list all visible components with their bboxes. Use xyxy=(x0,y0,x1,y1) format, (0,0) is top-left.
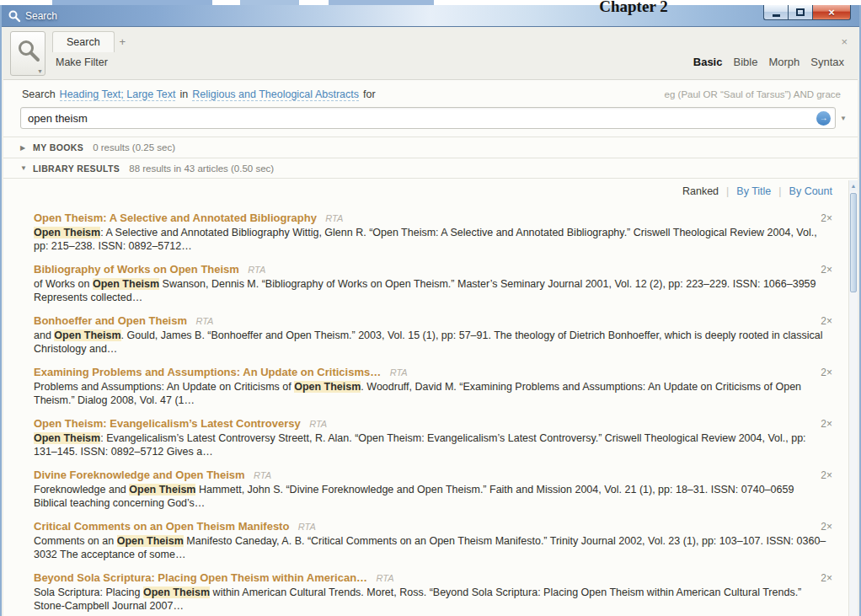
minimize-icon xyxy=(773,14,780,17)
search-type-caret-icon: ▼ xyxy=(37,68,43,74)
tab-row: Search + xyxy=(52,29,126,52)
result-snippet: Comments on an Open Theism Manifesto Can… xyxy=(34,535,829,561)
snippet-text: . Gould, James B. “Bonhoeffer and Open T… xyxy=(34,329,822,355)
result-item: Beyond Sola Scriptura: Placing Open Thei… xyxy=(34,570,829,613)
result-count: 2× xyxy=(821,212,832,225)
mode-syntax[interactable]: Syntax xyxy=(810,56,844,68)
background-chapter-heading: Chapter 2 xyxy=(541,0,726,16)
section-library-results[interactable]: ▼ LIBRARY RESULTS 88 results in 43 artic… xyxy=(3,158,858,179)
result-count: 2× xyxy=(821,314,832,328)
execute-search-button[interactable]: → xyxy=(816,111,831,126)
mode-morph[interactable]: Morph xyxy=(768,56,800,68)
search-window: Search × ▼ Search + xyxy=(0,5,861,616)
window-search-icon xyxy=(8,9,21,23)
result-head: Critical Comments on an Open Theism Mani… xyxy=(34,519,829,533)
sort-separator: | xyxy=(726,185,729,197)
snippet-text: Foreknowledge and xyxy=(34,484,129,495)
hit-term: Open Theism xyxy=(294,381,361,393)
search-type-button[interactable]: ▼ xyxy=(10,31,45,76)
close-button[interactable]: × xyxy=(812,5,851,20)
search-icon xyxy=(17,39,40,62)
result-title[interactable]: Bonhoeffer and Open Theism xyxy=(34,314,187,327)
result-title[interactable]: Divine Foreknowledge and Open Theism xyxy=(34,469,245,481)
make-filter-button[interactable]: Make Filter xyxy=(56,56,108,68)
result-item: Divine Foreknowledge and Open Theism RTA… xyxy=(34,468,829,510)
result-item: Open Theism: Evangelicalism’s Latest Con… xyxy=(34,416,829,458)
snippet-text: Comments on an xyxy=(34,535,117,547)
result-title[interactable]: Open Theism: A Selective and Annotated B… xyxy=(34,212,317,224)
mode-bible[interactable]: Bible xyxy=(733,56,757,68)
caption-buttons: × xyxy=(763,5,851,20)
spec-search-word: Search xyxy=(22,88,56,100)
sort-ranked[interactable]: Ranked xyxy=(682,185,719,197)
maximize-button[interactable] xyxy=(788,5,812,20)
snippet-text: and xyxy=(34,329,54,341)
hit-term: Open Theism xyxy=(129,484,195,495)
result-count: 2× xyxy=(821,520,832,533)
sort-separator: | xyxy=(778,185,781,197)
result-title[interactable]: Beyond Sola Scriptura: Placing Open Thei… xyxy=(34,571,367,584)
mode-basic[interactable]: Basic xyxy=(693,56,723,68)
search-spec-row: Search Heading Text; Large Text in Relig… xyxy=(3,80,858,101)
result-head: Examining Problems and Assumptions: An U… xyxy=(34,365,829,379)
result-title[interactable]: Critical Comments on an Open Theism Mani… xyxy=(34,520,289,533)
result-snippet: Open Theism: Evangelicalism’s Latest Con… xyxy=(34,432,829,458)
results-list: Open Theism: A Selective and Annotated B… xyxy=(3,201,858,613)
spec-collection-link[interactable]: Religious and Theological Abstracts xyxy=(192,88,359,101)
result-source-badge: RTA xyxy=(298,522,316,532)
spec-in-word: in xyxy=(179,88,188,100)
section-my-books[interactable]: ▶ MY BOOKS 0 results (0.25 sec) xyxy=(3,137,858,158)
result-count: 2× xyxy=(821,263,832,276)
query-row: → ▼ xyxy=(20,107,851,129)
result-source-badge: RTA xyxy=(390,367,408,378)
scrollbar-thumb[interactable] xyxy=(850,193,857,292)
result-title[interactable]: Open Theism: Evangelicalism’s Latest Con… xyxy=(34,417,301,430)
hit-term: Open Theism xyxy=(54,329,120,341)
result-item: Bonhoeffer and Open Theism RTA 2× and Op… xyxy=(34,313,829,356)
library-results-label: LIBRARY RESULTS xyxy=(33,163,120,174)
result-item: Bibliography of Works on Open Theism RTA… xyxy=(34,262,829,304)
panel-close-button[interactable]: × xyxy=(841,35,848,48)
library-results-summary: 88 results in 43 articles (0.50 sec) xyxy=(129,163,274,174)
query-history-caret[interactable]: ▼ xyxy=(836,115,851,122)
result-item: Examining Problems and Assumptions: An U… xyxy=(34,365,829,407)
window-titlebar[interactable]: Search × xyxy=(2,5,859,27)
results-scrollbar[interactable]: ▲ xyxy=(848,180,858,616)
result-head: Open Theism: A Selective and Annotated B… xyxy=(34,211,829,225)
hit-term: Open Theism xyxy=(117,535,184,547)
result-source-badge: RTA xyxy=(325,213,343,223)
result-head: Open Theism: Evangelicalism’s Latest Con… xyxy=(34,416,829,431)
tab-search[interactable]: Search xyxy=(52,31,115,52)
search-syntax-hint: eg (Paul OR “Saul of Tarsus”) AND grace xyxy=(665,89,841,99)
query-input-wrap: → xyxy=(20,107,836,129)
result-count: 2× xyxy=(821,469,832,482)
sort-by-title[interactable]: By Title xyxy=(736,185,771,197)
result-head: Beyond Sola Scriptura: Placing Open Thei… xyxy=(34,570,829,585)
result-snippet: Open Theism: A Selective and Annotated B… xyxy=(34,227,829,253)
result-source-badge: RTA xyxy=(377,573,394,583)
result-snippet: and Open Theism. Gould, James B. “Bonhoe… xyxy=(34,329,829,356)
my-books-label: MY BOOKS xyxy=(33,142,83,153)
result-head: Bonhoeffer and Open Theism RTA 2× xyxy=(34,313,829,328)
hit-term: Open Theism xyxy=(34,227,100,238)
spec-for-word: for xyxy=(363,88,376,100)
hit-term: Open Theism xyxy=(93,278,159,290)
screen: Chapter 2 Search × xyxy=(0,0,861,616)
sort-by-count[interactable]: By Count xyxy=(789,185,832,197)
spec-fields-link[interactable]: Heading Text; Large Text xyxy=(60,88,176,101)
result-item: Open Theism: A Selective and Annotated B… xyxy=(34,211,829,253)
search-query-input[interactable] xyxy=(20,107,836,129)
result-item: Critical Comments on an Open Theism Mani… xyxy=(34,519,829,561)
minimize-button[interactable] xyxy=(763,5,788,20)
result-title[interactable]: Bibliography of Works on Open Theism xyxy=(34,263,239,276)
my-books-summary: 0 results (0.25 sec) xyxy=(93,142,175,153)
sort-options: Ranked|By Title|By Count xyxy=(3,179,858,201)
window-body: ▼ Search + × Make Filter BasicBibleMorph… xyxy=(3,28,858,616)
result-head: Bibliography of Works on Open Theism RTA… xyxy=(34,262,829,276)
new-tab-button[interactable]: + xyxy=(120,35,126,52)
result-title[interactable]: Examining Problems and Assumptions: An U… xyxy=(34,366,381,378)
collapsed-triangle-icon: ▶ xyxy=(20,144,33,152)
scroll-up-arrow-icon[interactable]: ▲ xyxy=(849,180,858,191)
result-snippet: Foreknowledge and Open Theism Hammett, J… xyxy=(34,484,829,510)
search-toolbar: ▼ Search + × Make Filter BasicBibleMorph… xyxy=(3,28,858,80)
